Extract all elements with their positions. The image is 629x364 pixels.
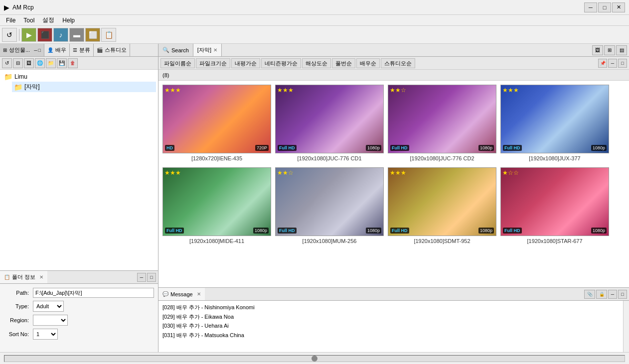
view-grid-btn[interactable]: 🖼	[592, 45, 603, 55]
stars-6: ★★☆	[277, 169, 294, 176]
sort-filename-btn[interactable]: 파일이름순	[160, 58, 195, 68]
menu-settings[interactable]: 설정	[38, 15, 58, 25]
thumb-2: ★★★ Full HD 1080p	[275, 85, 384, 153]
progress-bar	[4, 355, 625, 362]
tree-item-limu[interactable]: 📁 Limu	[2, 72, 156, 82]
view-list-btn[interactable]: ⊞	[604, 45, 615, 55]
tree-refresh-btn[interactable]: ↺	[2, 58, 12, 68]
toolbar-refresh[interactable]: ↺	[2, 28, 17, 42]
right-tab-subtitle[interactable]: [자막] ✕	[193, 44, 222, 56]
res-badge-2: 1080p	[366, 145, 381, 151]
message-tab-close[interactable]: ✕	[197, 291, 201, 297]
tree-image-btn[interactable]: 🖼	[24, 58, 34, 68]
toolbar-image[interactable]: ▬	[69, 28, 84, 42]
res-badge-7: 1080p	[478, 228, 494, 234]
folder-info-max-btn[interactable]: □	[147, 273, 156, 282]
message-icon: 💬	[162, 291, 168, 297]
gallery-item-3[interactable]: ★★☆ Full HD 1080p [1920x1080]JUC-776 CD2	[388, 85, 496, 161]
menu-file[interactable]: File	[2, 16, 19, 25]
stars-1: ★★★	[164, 87, 181, 94]
subtitle-tab-close[interactable]: ✕	[213, 47, 217, 53]
left-tab-adult-min[interactable]: ─	[34, 48, 37, 53]
tree-web-btn[interactable]: 🌐	[35, 58, 45, 68]
close-button[interactable]: ✕	[612, 2, 625, 12]
toolbar-video[interactable]: ▶	[21, 28, 36, 42]
tree-label-subtitle: [자막]	[24, 83, 40, 91]
left-tab-category[interactable]: ☰ 분류	[70, 44, 94, 56]
app-title: AM Rcp	[12, 4, 34, 11]
message-attach-btn[interactable]: 📎	[584, 290, 595, 299]
left-tab-actor[interactable]: 👤 배우	[44, 44, 70, 56]
thumb-label-8: [1920x1080]STAR-677	[527, 238, 582, 244]
progress-indicator	[312, 356, 317, 362]
gallery-item-7[interactable]: ★★★ Full HD 1080p [1920x1080]SDMT-952	[388, 167, 496, 244]
hd-badge-6: Full HD	[278, 228, 297, 234]
gallery-item-1[interactable]: ★★★ HD 720P [1280x720]IENE-435	[162, 85, 271, 161]
message-scrollbar[interactable]	[623, 301, 629, 352]
gallery-item-6[interactable]: ★★☆ Full HD 1080p [1920x1080]MUM-256	[275, 167, 384, 244]
gallery-item-4[interactable]: ★★★ Full HD 1080p [1920x1080]JUX-377	[500, 85, 609, 161]
folder-info-min-btn[interactable]: ─	[137, 273, 146, 282]
type-select[interactable]: Adult Normal	[33, 301, 64, 312]
menu-help[interactable]: Help	[58, 16, 79, 25]
tree-add-btn[interactable]: 📁	[46, 58, 56, 68]
toolbar-clipboard[interactable]: 📋	[101, 28, 116, 42]
search-tab-label: Search	[171, 47, 189, 53]
type-row: Type: Adult Normal	[4, 301, 154, 312]
path-input[interactable]	[33, 288, 154, 298]
hd-badge-1: HD	[165, 145, 174, 151]
menu-tool[interactable]: Tool	[19, 16, 38, 25]
toolbar-music[interactable]: ♪	[53, 28, 68, 42]
tree-collapse-btn[interactable]: ⊟	[13, 58, 23, 68]
folder-info-tab-close[interactable]: ✕	[39, 274, 43, 280]
message-tab[interactable]: 💬 Message ✕	[158, 288, 205, 300]
sort-netrating-btn[interactable]: 네티즌평가순	[261, 58, 301, 68]
gallery-item-5[interactable]: ★★★ Full HD 1080p [1920x1080]MIDE-411	[162, 167, 271, 244]
sort-resolution-btn[interactable]: 해상도순	[302, 58, 331, 68]
item-count: (8)	[162, 72, 169, 78]
sort-studio-btn[interactable]: 스튜디오순	[381, 58, 415, 68]
gallery-item-2[interactable]: ★★★ Full HD 1080p [1920x1080]JUC-776 CD1	[275, 85, 384, 161]
message-max-btn[interactable]: □	[618, 290, 627, 299]
left-tab-studio[interactable]: 🎬 스튜디오	[94, 44, 130, 56]
sort-actor-btn[interactable]: 배우순	[356, 58, 380, 68]
menubar: File Tool 설정 Help	[0, 15, 629, 26]
right-min-btn[interactable]: ─	[608, 59, 617, 68]
sort-myrating-btn[interactable]: 내평가순	[231, 58, 260, 68]
view-controls: 🖼 ⊞ ▤	[590, 44, 629, 56]
res-badge-4: 1080p	[591, 145, 607, 151]
sort-fullnum-btn[interactable]: 풀번순	[332, 58, 355, 68]
left-tree-toolbar: ↺ ⊟ 🖼 🌐 📁 💾 🗑	[0, 57, 158, 70]
stars-4: ★★★	[502, 87, 519, 94]
maximize-button[interactable]: □	[598, 2, 611, 12]
main-toolbar: ↺ ▶ ⬛ ♪ ▬ ⬜ 📋	[0, 26, 629, 44]
left-tab-adult-max[interactable]: □	[38, 48, 41, 53]
tree-save-btn[interactable]: 💾	[57, 58, 67, 68]
message-min-btn[interactable]: ─	[608, 290, 617, 299]
left-tab-studio-label: 스튜디오	[105, 46, 127, 54]
folder-info-tab[interactable]: 📋 폴더 정보 ✕	[0, 271, 47, 283]
message-lock-btn[interactable]: 🔒	[596, 290, 607, 299]
folder-info-controls: ─ □	[135, 271, 158, 283]
gallery-row-2: ★★★ Full HD 1080p [1920x1080]MIDE-411 ★★…	[162, 167, 625, 244]
sort-row: Sort No: 1 2 3	[4, 329, 154, 340]
message-line-2: [029] 배우 추가 - Eikawa Noa	[162, 312, 625, 322]
gallery-item-8[interactable]: ★☆☆ Full HD 1080p [1920x1080]STAR-677	[500, 167, 609, 244]
sort-filesize-btn[interactable]: 파일크기순	[196, 58, 230, 68]
region-select[interactable]: Korea Japan USA	[33, 315, 68, 326]
view-detail-btn[interactable]: ▤	[616, 45, 627, 55]
tree-item-subtitle[interactable]: 📁 [자막]	[12, 82, 156, 92]
tree-delete-btn[interactable]: 🗑	[68, 58, 78, 68]
toolbar-film[interactable]: ⬛	[37, 28, 52, 42]
minimize-button[interactable]: ─	[584, 2, 597, 12]
titlebar-left: ▶ AM Rcp	[4, 3, 34, 11]
right-max-btn[interactable]: □	[618, 59, 627, 68]
pin-btn[interactable]: 📌	[598, 59, 607, 68]
toolbar-folder[interactable]: ⬜	[85, 28, 100, 42]
left-tab-actor-label: 배우	[55, 46, 66, 54]
sort-select[interactable]: 1 2 3	[33, 329, 58, 340]
right-tab-search[interactable]: 🔍 Search	[158, 44, 193, 56]
path-label: Path:	[4, 290, 29, 296]
left-tab-adult[interactable]: ⊞ 성인물... ─ □	[0, 44, 44, 56]
message-tab-label: Message	[170, 291, 193, 297]
